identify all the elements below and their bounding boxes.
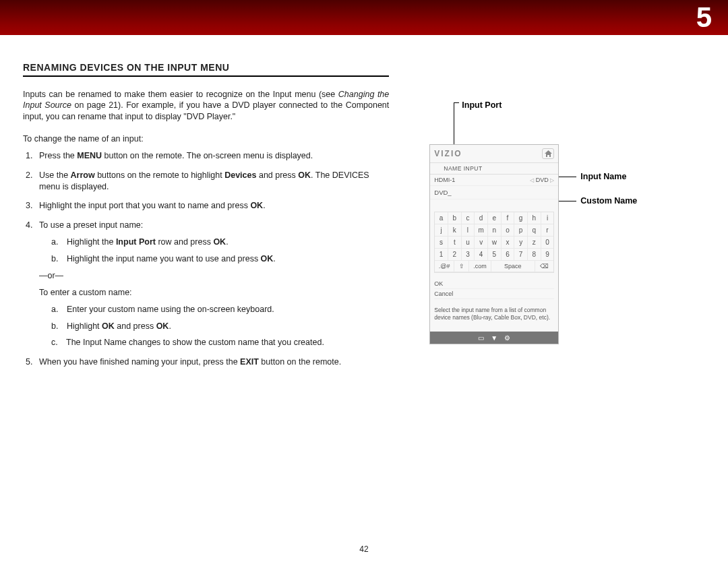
keyboard-key: 9 bbox=[541, 249, 554, 261]
step-4-custom-a: a. Enter your custom name using the on-s… bbox=[51, 304, 382, 315]
keyboard-key: 8 bbox=[528, 249, 541, 261]
onscreen-keyboard: abcdefghi jklmnopqr stuvwxyz0 123456789 … bbox=[434, 212, 554, 273]
chapter-number: 5 bbox=[696, 1, 712, 34]
callout-input-name: Input Name bbox=[580, 172, 626, 181]
keyboard-shift-key: ⇧ bbox=[454, 261, 469, 272]
keyboard-key: 3 bbox=[462, 249, 475, 261]
keyboard-key: t bbox=[448, 237, 462, 249]
step-2: Use the Arrow buttons on the remote to h… bbox=[35, 170, 389, 193]
tv-action-buttons: OK Cancel bbox=[430, 277, 558, 301]
keyboard-key: a bbox=[435, 212, 448, 224]
keyboard-key: p bbox=[514, 224, 528, 237]
keyboard-key: l bbox=[462, 224, 475, 237]
callout-custom-name: Custom Name bbox=[580, 196, 637, 206]
gear-icon: ⚙ bbox=[504, 334, 510, 342]
keyboard-key: q bbox=[528, 224, 541, 237]
section-title: RENAMING DEVICES ON THE INPUT MENU bbox=[23, 62, 389, 77]
keyboard-key: x bbox=[502, 237, 515, 249]
tv-input-port-row: HDMI-1 ◁ DVD ▷ bbox=[430, 175, 558, 186]
tv-ok-button: OK bbox=[434, 279, 554, 289]
keyboard-key: 4 bbox=[475, 249, 488, 261]
lead-sentence: To change the name of an input: bbox=[23, 134, 389, 144]
step-4-custom-c: c. The Input Name changes to show the cu… bbox=[51, 337, 382, 348]
keyboard-key: s bbox=[435, 237, 448, 249]
callout-line bbox=[454, 102, 459, 103]
chevron-right-icon: ▷ bbox=[550, 177, 554, 183]
keyboard-symbols-key: .@# bbox=[435, 261, 454, 272]
keyboard-key: o bbox=[502, 224, 515, 237]
tv-subtitle: NAME INPUT bbox=[430, 163, 558, 175]
step-5: When you have finished naming your input… bbox=[35, 356, 389, 368]
keyboard-key: v bbox=[475, 237, 488, 249]
tv-menu-screenshot: VIZIO NAME INPUT HDMI-1 ◁ DVD ▷ DVD_ abc… bbox=[429, 144, 559, 344]
tv-help-text: Select the input name from a list of com… bbox=[430, 301, 558, 332]
figure-column: Input Port Input Name Custom Name VIZIO … bbox=[429, 62, 705, 376]
keyboard-key: f bbox=[502, 212, 515, 224]
page-number: 42 bbox=[0, 544, 728, 554]
keyboard-key: g bbox=[514, 212, 528, 224]
keyboard-key: 2 bbox=[448, 249, 462, 261]
keyboard-key: e bbox=[488, 212, 502, 224]
keyboard-key: z bbox=[528, 237, 541, 249]
keyboard-key: m bbox=[475, 224, 488, 237]
vizio-logo: VIZIO bbox=[434, 149, 462, 158]
tv-footer-bar: ▭ ▼ ⚙ bbox=[430, 332, 558, 344]
step-4: To use a preset input name: a. Highlight… bbox=[35, 220, 389, 348]
step-4b: b. Highlight the input name you want to … bbox=[51, 253, 382, 265]
keyboard-backspace-key: ⌫ bbox=[535, 261, 554, 272]
tv-cancel-button: Cancel bbox=[434, 289, 554, 299]
step-1: Press the MENU button on the remote. The… bbox=[35, 150, 389, 162]
keyboard-key: 7 bbox=[514, 249, 528, 261]
keyboard-key: 0 bbox=[541, 237, 554, 249]
step-4-lead: To use a preset input name: bbox=[39, 220, 143, 230]
tv-port-value: DVD bbox=[536, 177, 549, 183]
keyboard-key: y bbox=[514, 237, 528, 249]
keyboard-key: h bbox=[528, 212, 541, 224]
text-column: RENAMING DEVICES ON THE INPUT MENU Input… bbox=[23, 62, 389, 376]
keyboard-key: w bbox=[488, 237, 502, 249]
keyboard-key: r bbox=[541, 224, 554, 237]
keyboard-key: b bbox=[448, 212, 462, 224]
keyboard-key: k bbox=[448, 224, 462, 237]
keyboard-key: u bbox=[462, 237, 475, 249]
widescreen-icon: ▭ bbox=[478, 334, 484, 342]
step-4-custom-b: b. Highlight OK and press OK. bbox=[51, 321, 382, 332]
tv-port-label: HDMI-1 bbox=[434, 177, 455, 183]
keyboard-key: 1 bbox=[435, 249, 448, 261]
callout-input-port: Input Port bbox=[462, 100, 502, 110]
chevron-down-icon: ▼ bbox=[491, 334, 497, 342]
keyboard-key: n bbox=[488, 224, 502, 237]
keyboard-space-key: Space bbox=[491, 261, 535, 272]
chapter-header: 5 bbox=[0, 0, 728, 35]
step-4a: a. Highlight the Input Port row and pres… bbox=[51, 237, 382, 248]
keyboard-com-key: .com bbox=[469, 261, 491, 272]
keyboard-key: c bbox=[462, 212, 475, 224]
tv-custom-name-row: DVD_ bbox=[430, 186, 558, 199]
keyboard-key: 5 bbox=[488, 249, 502, 261]
keyboard-key: 6 bbox=[502, 249, 515, 261]
step-3: Highlight the input port that you want t… bbox=[35, 200, 389, 212]
keyboard-key: d bbox=[475, 212, 488, 224]
keyboard-key: i bbox=[541, 212, 554, 224]
home-icon bbox=[542, 148, 554, 159]
intro-paragraph: Inputs can be renamed to make them easie… bbox=[23, 89, 389, 122]
step-4-custom-lead: To enter a custom name: bbox=[39, 287, 382, 299]
or-separator: —or— bbox=[39, 270, 382, 282]
page-body: RENAMING DEVICES ON THE INPUT MENU Input… bbox=[0, 35, 728, 376]
chevron-left-icon: ◁ bbox=[530, 177, 534, 183]
keyboard-key: j bbox=[435, 224, 448, 237]
steps-list: Press the MENU button on the remote. The… bbox=[23, 150, 389, 368]
